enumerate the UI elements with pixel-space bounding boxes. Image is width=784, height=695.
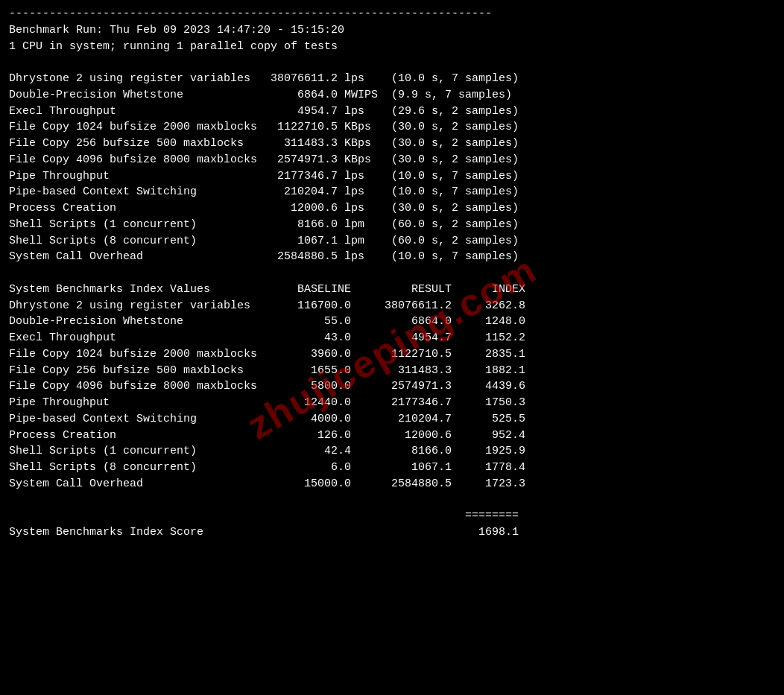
index-result-row: Shell Scripts (8 concurrent) 6.0 1067.1 … [9,460,775,476]
raw-result-row: System Call Overhead 2584880.5 lps (10.0… [9,249,775,265]
index-result-row: Pipe Throughput 12440.0 2177346.7 1750.3 [9,395,775,411]
index-result-row: Double-Precision Whetstone 55.0 6864.0 1… [9,314,775,330]
raw-result-row: Execl Throughput 4954.7 lps (29.6 s, 2 s… [9,104,775,120]
raw-result-row: Pipe-based Context Switching 210204.7 lp… [9,184,775,200]
score-final-row: System Benchmarks Index Score 1698.1 [9,524,775,541]
index-result-row: Process Creation 126.0 12000.6 952.4 [9,428,775,444]
blank-line-3 [9,492,775,509]
score-equals: ======== [9,508,775,524]
index-header: System Benchmarks Index Values BASELINE … [9,282,775,298]
benchmark-run-line1: Benchmark Run: Thu Feb 09 2023 14:47:20 … [9,22,775,39]
index-result-row: Pipe-based Context Switching 4000.0 2102… [9,411,775,428]
blank-line-1 [9,54,775,71]
raw-result-row: Process Creation 12000.6 lps (30.0 s, 2 … [9,200,775,217]
terminal-output: ----------------------------------------… [9,6,775,541]
raw-result-row: Dhrystone 2 using register variables 380… [9,71,775,87]
benchmark-run-line2: 1 CPU in system; running 1 parallel copy… [9,39,775,55]
index-result-row: File Copy 1024 bufsize 2000 maxblocks 39… [9,346,775,363]
index-result-row: Dhrystone 2 using register variables 116… [9,298,775,314]
index-result-row: Shell Scripts (1 concurrent) 42.4 8166.0… [9,443,775,460]
raw-result-row: File Copy 4096 bufsize 8000 maxblocks 25… [9,152,775,168]
raw-results-section: Dhrystone 2 using register variables 380… [9,71,775,265]
raw-result-row: File Copy 256 bufsize 500 maxblocks 3114… [9,136,775,152]
index-result-row: File Copy 256 bufsize 500 maxblocks 1655… [9,363,775,379]
index-result-row: File Copy 4096 bufsize 8000 maxblocks 58… [9,378,775,395]
raw-result-row: File Copy 1024 bufsize 2000 maxblocks 11… [9,119,775,136]
index-rows-section: Dhrystone 2 using register variables 116… [9,298,775,492]
raw-result-row: Pipe Throughput 2177346.7 lps (10.0 s, 7… [9,168,775,185]
raw-result-row: Double-Precision Whetstone 6864.0 MWIPS … [9,87,775,104]
index-result-row: System Call Overhead 15000.0 2584880.5 1… [9,476,775,492]
raw-result-row: Shell Scripts (1 concurrent) 8166.0 lpm … [9,217,775,233]
raw-result-row: Shell Scripts (8 concurrent) 1067.1 lpm … [9,233,775,250]
top-divider: ----------------------------------------… [9,6,775,22]
index-result-row: Execl Throughput 43.0 4954.7 1152.2 [9,330,775,346]
blank-line-2 [9,265,775,282]
